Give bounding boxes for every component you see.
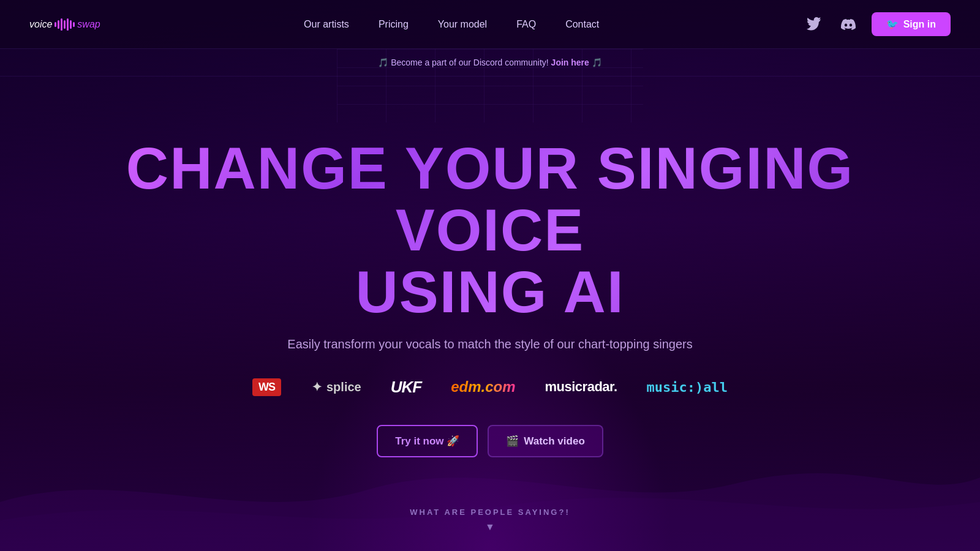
nav-pricing[interactable]: Pricing	[379, 19, 409, 30]
nav-contact[interactable]: Contact	[565, 19, 599, 30]
twitter-icon[interactable]	[803, 13, 825, 36]
logo-splice: ✦ splice	[311, 376, 361, 398]
nav-faq[interactable]: FAQ	[516, 19, 536, 30]
logo-ukf: UKF	[391, 376, 421, 398]
what-people-saying-label: WHAT ARE PEOPLE SAYING?!	[410, 508, 570, 517]
video-camera-icon: 🎬	[506, 435, 519, 448]
logo-waveform-icon	[55, 18, 75, 31]
watch-video-button[interactable]: 🎬 Watch video	[488, 425, 603, 457]
banner-text: 🎵 Become a part of our Discord community…	[378, 58, 548, 67]
bottom-section: WHAT ARE PEOPLE SAYING?! ▼	[410, 508, 570, 533]
try-now-label: Try it now 🚀	[395, 435, 459, 448]
header: voice swap Our artists Pricing Your mode…	[0, 0, 980, 49]
hero-title-line1: CHANGE YOUR SINGING VOICE	[126, 135, 854, 263]
hero-title: CHANGE YOUR SINGING VOICE USING AI	[123, 138, 858, 323]
hero-section: CHANGE YOUR SINGING VOICE USING AI Easil…	[0, 77, 980, 457]
logo-musicradar: musicradar.	[545, 376, 617, 398]
logo-voice: voice	[29, 19, 52, 30]
twitter-svg	[807, 17, 821, 32]
musicradar-text: musicradar.	[545, 379, 617, 395]
featured-logos: WS ✦ splice UKF edm.com musicradar. musi…	[252, 376, 728, 398]
ukf-text: UKF	[391, 378, 421, 397]
banner-suffix: 🎵	[592, 58, 602, 67]
nav-your-model[interactable]: Your model	[438, 19, 487, 30]
sign-in-button[interactable]: 🐦 Sign in	[872, 12, 951, 36]
discord-svg	[841, 17, 856, 32]
logo-ws: WS	[252, 376, 281, 398]
sign-in-label: Sign in	[903, 19, 936, 30]
chevron-down-icon: ▼	[485, 522, 495, 533]
ws-text: WS	[252, 378, 281, 396]
discord-banner: 🎵 Become a part of our Discord community…	[0, 49, 980, 77]
watch-video-label: Watch video	[524, 435, 585, 448]
splice-text: ✦ splice	[311, 380, 361, 394]
logo-edm: edm.com	[451, 376, 515, 398]
try-now-button[interactable]: Try it now 🚀	[377, 425, 478, 457]
main-nav: Our artists Pricing Your model FAQ Conta…	[304, 19, 599, 30]
banner-join-link[interactable]: Join here	[551, 58, 589, 67]
cta-row: Try it now 🚀 🎬 Watch video	[377, 425, 603, 457]
logo[interactable]: voice swap	[29, 18, 100, 31]
edm-text: edm.com	[451, 378, 515, 395]
splice-icon: ✦	[311, 381, 323, 393]
musicall-text: music:)all	[647, 380, 728, 395]
logo-musicall: music:)all	[647, 376, 728, 398]
discord-icon[interactable]	[837, 13, 859, 36]
logo-swap: swap	[77, 19, 100, 30]
nav-our-artists[interactable]: Our artists	[304, 19, 349, 30]
hero-subtitle: Easily transform your vocals to match th…	[287, 337, 692, 351]
sign-in-icon: 🐦	[886, 18, 899, 30]
hero-title-line2: USING AI	[355, 259, 624, 324]
header-right: 🐦 Sign in	[803, 12, 951, 36]
